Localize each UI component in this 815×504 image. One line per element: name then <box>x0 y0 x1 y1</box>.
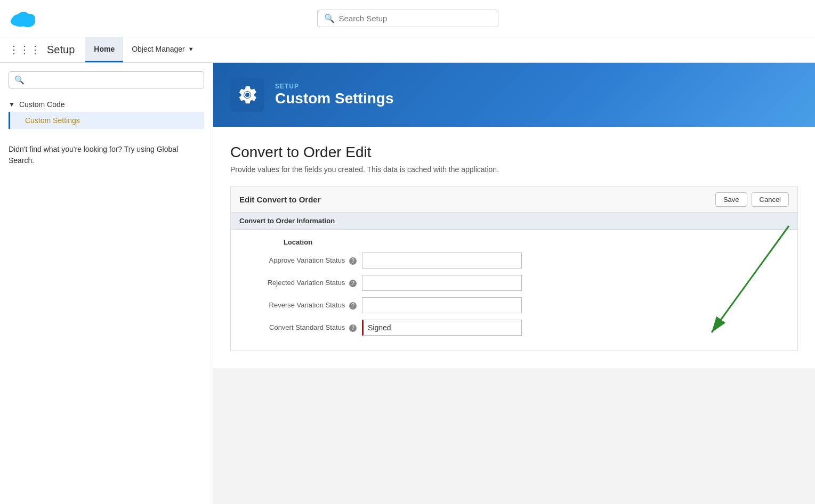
help-icon-approve[interactable]: ? <box>349 257 357 265</box>
btn-group: Save Cancel <box>715 192 789 207</box>
global-search-bar: 🔍 <box>317 10 498 27</box>
label-rejected-variation-status: Rejected Variation Status ? <box>239 279 357 287</box>
input-convert-standard-status[interactable] <box>362 320 522 336</box>
sidebar-search-icon: 🔍 <box>14 75 25 85</box>
second-navigation: ⋮⋮⋮ Setup Home Object Manager ▼ <box>0 37 815 63</box>
form-title: Convert to Order Edit <box>230 144 798 161</box>
edit-section-title: Edit Convert to Order <box>239 195 321 204</box>
input-reverse-variation-status[interactable] <box>362 297 522 313</box>
tab-object-manager[interactable]: Object Manager ▼ <box>123 37 203 62</box>
field-reverse-variation-status: Reverse Variation Status ? <box>239 297 789 313</box>
sidebar: 🔍 custom settings ▼ Custom Code Custom S… <box>0 63 213 504</box>
input-approve-variation-status[interactable] <box>362 253 522 269</box>
tab-home[interactable]: Home <box>85 37 123 62</box>
sidebar-search-input[interactable]: custom settings <box>29 76 198 84</box>
fields-with-arrow: Approve Variation Status ? Rejected Vari… <box>239 253 789 336</box>
help-icon-rejected[interactable]: ? <box>349 280 357 287</box>
svg-point-3 <box>25 14 35 22</box>
input-rejected-variation-status[interactable] <box>362 275 522 291</box>
label-convert-standard-status: Convert Standard Status ? <box>239 323 357 332</box>
edit-section-header: Edit Convert to Order Save Cancel <box>231 187 797 213</box>
custom-settings-icon <box>230 78 264 112</box>
sidebar-group-header[interactable]: ▼ Custom Code <box>9 97 204 112</box>
label-approve-variation-status: Approve Variation Status ? <box>239 256 357 265</box>
sidebar-group-custom-code: ▼ Custom Code Custom Settings <box>9 97 204 129</box>
sidebar-group-label: Custom Code <box>19 100 65 109</box>
main-layout: 🔍 custom settings ▼ Custom Code Custom S… <box>0 63 815 504</box>
field-convert-standard-status: Convert Standard Status ? <box>239 320 789 336</box>
setup-label: SETUP <box>275 83 393 90</box>
field-rejected-variation-status: Rejected Variation Status ? <box>239 275 789 291</box>
top-navigation: 🔍 <box>0 0 815 37</box>
content-header: SETUP Custom Settings <box>213 63 815 127</box>
location-column-header: Location <box>239 238 357 246</box>
help-icon-convert[interactable]: ? <box>349 324 357 332</box>
save-button[interactable]: Save <box>715 192 747 207</box>
setup-title: Setup <box>47 44 75 56</box>
content-header-text: SETUP Custom Settings <box>275 83 393 107</box>
salesforce-logo[interactable] <box>9 6 41 30</box>
svg-point-4 <box>11 17 21 26</box>
edit-section: Edit Convert to Order Save Cancel Conver… <box>230 186 798 351</box>
label-reverse-variation-status: Reverse Variation Status ? <box>239 301 357 310</box>
sidebar-item-custom-settings[interactable]: Custom Settings <box>9 112 204 129</box>
chevron-down-icon: ▼ <box>188 46 194 52</box>
global-search-input[interactable] <box>339 14 491 23</box>
help-icon-reverse[interactable]: ? <box>349 302 357 310</box>
form-area: Convert to Order Edit Provide values for… <box>213 127 815 368</box>
field-approve-variation-status: Approve Variation Status ? <box>239 253 789 269</box>
location-header-row: Location <box>239 238 789 246</box>
page-title: Custom Settings <box>275 90 393 107</box>
info-section-header: Convert to Order Information <box>231 213 797 230</box>
chevron-down-icon: ▼ <box>9 101 15 108</box>
search-icon: 🔍 <box>324 13 335 23</box>
app-grid-icon[interactable]: ⋮⋮⋮ <box>9 43 41 56</box>
sidebar-hint: Didn't find what you're looking for? Try… <box>9 144 204 166</box>
content-area: SETUP Custom Settings Convert to Order E… <box>213 63 815 504</box>
sidebar-search-bar: 🔍 custom settings <box>9 71 204 88</box>
form-subtitle: Provide values for the fields you create… <box>230 165 798 174</box>
cancel-button[interactable]: Cancel <box>752 192 789 207</box>
form-fields: Location Approve Variation Status ? <box>231 230 797 351</box>
